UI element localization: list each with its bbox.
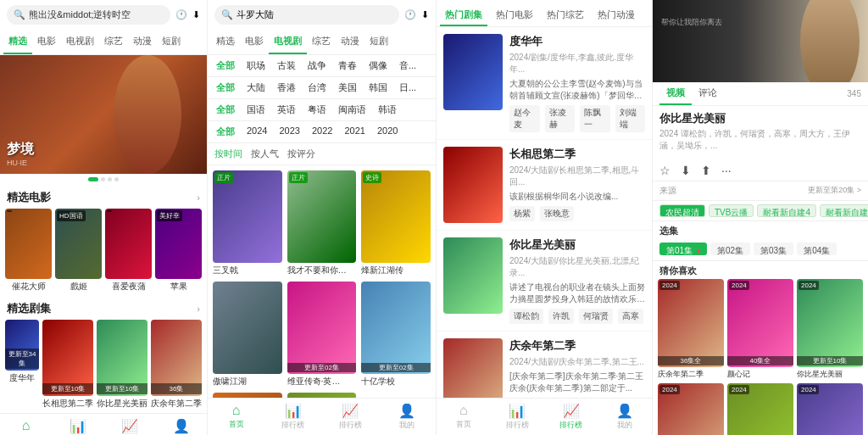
source-chip-3[interactable]: 耐看新自建	[820, 204, 868, 217]
filter-minnan[interactable]: 闽南语	[335, 102, 370, 118]
filter-all-3[interactable]: 全部	[213, 102, 238, 118]
filter-all-4[interactable]: 全部	[213, 124, 238, 140]
hot-item-3[interactable]: 庆余年第二季 2024/大陆剧/庆余年第二季,第二王... [庆余年第二季]庆余…	[437, 332, 652, 398]
hot-item-2[interactable]: 你比星光美丽 2024/大陆剧/你比星光美丽,北漂,纪录... 讲述了电视台的职…	[437, 231, 652, 332]
tab-movie[interactable]: 电影	[32, 30, 61, 54]
drama-card-3[interactable]: 36集 庆余年第二季	[151, 320, 202, 410]
panel2-nav-rank[interactable]: 📊 排行榜	[264, 399, 321, 435]
sort-time[interactable]: 按时间	[214, 148, 242, 160]
filter-tw[interactable]: 台湾	[304, 80, 330, 96]
panel2-tab-variety[interactable]: 综艺	[307, 30, 336, 54]
filter-english[interactable]: 英语	[274, 102, 299, 118]
filter-2021[interactable]: 2021	[341, 124, 368, 140]
panel2-nav-chart[interactable]: 📈 排行榜	[322, 399, 379, 435]
ep-btn-2[interactable]: 第03集	[754, 243, 793, 255]
filter-hk[interactable]: 香港	[274, 80, 299, 96]
panel3-nav-chart[interactable]: 📈 排行榜	[544, 399, 598, 435]
filter-all-1[interactable]: 全部	[213, 58, 238, 74]
panel1-search-box[interactable]: 🔍 熊出没&middot;逆转时空	[7, 5, 170, 25]
sort-rating[interactable]: 按评分	[287, 148, 315, 160]
download-icon[interactable]: ⬇	[192, 9, 200, 20]
panel3-tab-drama[interactable]: 热门剧集	[440, 5, 487, 26]
action-more[interactable]: ···	[721, 164, 732, 177]
history-icon-2[interactable]: 🕐	[404, 9, 416, 20]
rec-card-1[interactable]: 2024 40集全 颜心记	[727, 279, 793, 380]
movie-card-2[interactable]: 喜爱夜蒲	[105, 209, 152, 293]
filter-more-1[interactable]: 音...	[396, 58, 420, 74]
drama-list-card-1[interactable]: 正片 我才不要和你…	[287, 170, 357, 276]
filter-cantonese[interactable]: 粤语	[304, 102, 330, 118]
sort-popularity[interactable]: 按人气	[251, 148, 279, 160]
filter-2022[interactable]: 2022	[309, 124, 336, 140]
rec-card-2[interactable]: 2024 更新至10集 你比星光美丽	[797, 279, 863, 380]
filter-2023[interactable]: 2023	[275, 124, 303, 140]
ep-btn-1[interactable]: 第02集	[710, 243, 750, 255]
filter-mainland[interactable]: 大陆	[243, 80, 269, 96]
nav-chart[interactable]: 📈 排行榜	[103, 414, 155, 436]
filter-all-2[interactable]: 全部	[213, 80, 238, 96]
filter-korean[interactable]: 韩语	[375, 102, 400, 118]
drama-list-card-7[interactable]: 恸心记	[287, 393, 357, 398]
download-icon-2[interactable]: ⬇	[421, 9, 429, 20]
nav-rank[interactable]: 📊 排行榜	[52, 414, 103, 436]
filter-idol[interactable]: 偶像	[365, 58, 391, 74]
panel2-tab-anime[interactable]: 动漫	[336, 30, 364, 54]
drama-list-card-0[interactable]: 正片 三叉戟	[213, 170, 282, 276]
panel2-nav-home[interactable]: ⌂ 首页	[208, 399, 264, 435]
movie-card-3[interactable]: 美好幸 苹果	[155, 209, 202, 293]
filter-kr[interactable]: 韩国	[365, 80, 391, 96]
drama-list-card-2[interactable]: 史诗 烽新江湖传	[361, 170, 431, 276]
filter-war[interactable]: 战争	[304, 58, 330, 74]
source-update[interactable]: 更新至第20集 >	[808, 185, 861, 196]
filter-youth[interactable]: 青春	[335, 58, 360, 74]
panel3-nav-home[interactable]: ⌂ 首页	[437, 399, 491, 435]
filter-us[interactable]: 美国	[335, 80, 360, 96]
history-icon[interactable]: 🕐	[175, 9, 187, 20]
panel3-nav-rank[interactable]: 📊 排行榜	[491, 399, 545, 435]
tab-anime[interactable]: 动漫	[128, 30, 157, 54]
filter-more-2[interactable]: 日...	[396, 80, 420, 96]
panel2-tab-short[interactable]: 短剧	[364, 30, 393, 54]
ep-btn-0[interactable]: 第01集	[659, 243, 707, 255]
panel3-tab-movie[interactable]: 热门电影	[491, 5, 538, 26]
movie-card-0[interactable]: 催花大师	[5, 209, 52, 293]
tab-featured[interactable]: 精选	[3, 30, 32, 54]
panel3-tab-variety[interactable]: 热门综艺	[542, 5, 589, 26]
panel4-tab-comment[interactable]: 评论	[692, 82, 724, 105]
source-chip-0[interactable]: 农民超清	[659, 204, 705, 217]
drama-list-scroll[interactable]: 正片 三叉戟 正片 我才不要和你… 史诗 烽新江湖传 傲啸江湖	[208, 165, 436, 398]
movie-card-1[interactable]: HD国语 戲姬	[55, 209, 102, 293]
panel3-nav-profile[interactable]: 👤 我的	[598, 399, 653, 435]
panel2-tab-featured[interactable]: 精选	[211, 30, 240, 54]
filter-2024[interactable]: 2024	[243, 124, 270, 140]
rec-card-4[interactable]: 2024	[727, 383, 793, 435]
movie-section-more[interactable]: ›	[197, 192, 200, 203]
hot-item-1[interactable]: 长相思第二季 2024/大陆剧/长相思第二季,相思,斗回... 该剧根据桐华同名…	[437, 140, 652, 231]
panel3-tab-anime[interactable]: 热门动漫	[593, 5, 640, 26]
drama-list-card-5[interactable]: 更新至02集 十亿学校	[361, 282, 431, 388]
panel2-nav-profile[interactable]: 👤 我的	[379, 399, 436, 435]
video-player[interactable]: 帮你让我陪你离去	[653, 0, 868, 82]
source-chip-2[interactable]: 耐看新自建4	[757, 204, 816, 217]
tab-variety[interactable]: 综艺	[99, 30, 128, 54]
tab-short[interactable]: 短剧	[157, 30, 186, 54]
nav-profile[interactable]: 👤 我的	[155, 414, 207, 436]
filter-costume[interactable]: 古装	[274, 58, 299, 74]
filter-2020[interactable]: 2020	[374, 124, 401, 140]
filter-workplace[interactable]: 职场	[243, 58, 269, 74]
panel2-tab-tv[interactable]: 电视剧	[269, 30, 307, 54]
rec-card-0[interactable]: 2024 36集全 庆余年第二季	[658, 279, 724, 380]
action-star[interactable]: ☆	[659, 164, 670, 177]
drama-list-card-3[interactable]: 傲啸江湖	[213, 282, 282, 388]
action-download[interactable]: ⬇	[681, 164, 691, 177]
nav-home[interactable]: ⌂ 首页	[0, 414, 52, 436]
action-share[interactable]: ⬆	[701, 164, 711, 177]
hero-banner[interactable]: 梦境 HU·IE	[0, 55, 207, 174]
panel2-tab-movie[interactable]: 电影	[240, 30, 269, 54]
filter-mandarin[interactable]: 国语	[243, 102, 269, 118]
rec-card-5[interactable]: 2024	[797, 383, 863, 435]
tab-tv[interactable]: 电视剧	[61, 30, 99, 54]
drama-card-0[interactable]: 更新至34集 度华年	[5, 320, 39, 410]
drama-card-2[interactable]: 更新至10集 你比星光美丽	[97, 320, 147, 410]
hot-item-0[interactable]: 度华年 2024/剧集/度华年,李鑫,彼此.度华年... 大夏朝的公公主李雪(赵…	[437, 27, 652, 140]
